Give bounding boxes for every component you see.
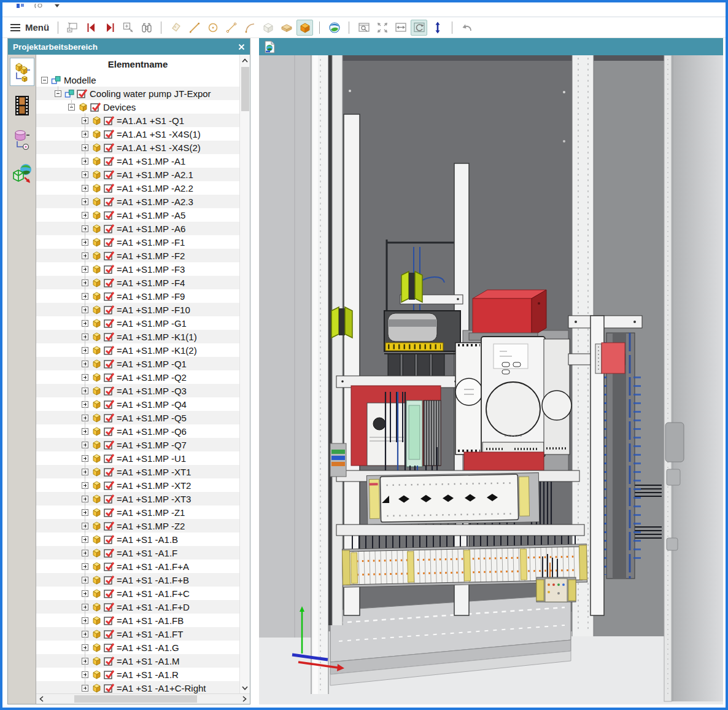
- tree-row[interactable]: =A1 +S1.MP -F9: [36, 289, 250, 303]
- dropdown-caret-icon[interactable]: [54, 4, 60, 9]
- tree-row[interactable]: =A1 +S1 -A1+C-Right: [36, 681, 250, 693]
- expander-icon[interactable]: [82, 455, 88, 462]
- expander-icon[interactable]: [82, 577, 88, 583]
- checkbox-icon[interactable]: [104, 642, 115, 652]
- tree-row[interactable]: =A1.A1 +S1 -X4S(2): [36, 141, 250, 154]
- checkbox-icon[interactable]: [104, 291, 115, 301]
- tree-row[interactable]: =A1 +S1.MP -F2: [36, 249, 250, 262]
- cabinet-3d-scene[interactable]: [259, 55, 723, 704]
- checkbox-icon[interactable]: [77, 88, 88, 98]
- expander-icon[interactable]: [82, 536, 88, 543]
- tree-row[interactable]: =A1 +S1.MP -Q2: [36, 370, 250, 384]
- tree-row[interactable]: =A1 +S1.MP -F4: [36, 276, 250, 289]
- tree-row[interactable]: =A1 +S1.MP -Z1: [36, 505, 250, 519]
- tree-row[interactable]: Devices: [36, 100, 250, 114]
- checkbox-icon[interactable]: [104, 669, 115, 679]
- tree-row[interactable]: =A1 +S1.MP -XT3: [36, 492, 250, 505]
- tree-row[interactable]: =A1 +S1 -A1.R: [36, 668, 250, 681]
- checkbox-icon[interactable]: [104, 548, 115, 558]
- tree-row[interactable]: =A1 +S1.MP -XT1: [36, 465, 250, 478]
- checkbox-icon[interactable]: [104, 318, 115, 328]
- checkbox-icon[interactable]: [90, 102, 101, 112]
- checkbox-icon[interactable]: [104, 156, 115, 166]
- checkbox-icon[interactable]: [104, 210, 115, 220]
- tree-row[interactable]: =A1 +S1 -A1.FB: [36, 614, 250, 627]
- checkbox-icon[interactable]: [104, 372, 115, 382]
- next-arrow-icon[interactable]: [101, 20, 118, 36]
- tree-row[interactable]: =A1.A1 +S1 -X4S(1): [36, 127, 250, 141]
- animation-icon[interactable]: [10, 92, 34, 120]
- checkbox-icon[interactable]: [104, 629, 115, 639]
- expander-icon[interactable]: [82, 631, 88, 638]
- tree-row[interactable]: =A1 +S1.MP -XT2: [36, 478, 250, 492]
- expander-icon[interactable]: [82, 185, 88, 192]
- checkbox-icon[interactable]: [104, 602, 115, 612]
- expander-icon[interactable]: [82, 671, 88, 678]
- menu-button[interactable]: Menü: [10, 22, 49, 33]
- tree-row[interactable]: =A1 +S1.MP -G1: [36, 316, 250, 330]
- globe-icon[interactable]: [326, 20, 343, 36]
- checkbox-icon[interactable]: [104, 345, 115, 355]
- checkbox-icon[interactable]: [104, 170, 115, 179]
- tree-column-header[interactable]: Elementname: [36, 55, 250, 73]
- box-shaded-icon[interactable]: [278, 20, 295, 36]
- tree-row[interactable]: =A1 +S1 -A1.F+C: [36, 587, 250, 600]
- expander-icon[interactable]: [82, 158, 88, 165]
- fit-height-icon[interactable]: [429, 20, 446, 36]
- model-tree-icon[interactable]: [10, 58, 34, 86]
- expander-icon[interactable]: [82, 279, 88, 286]
- expander-icon[interactable]: [82, 428, 88, 435]
- checkbox-icon[interactable]: [104, 251, 115, 260]
- rotate-view-icon[interactable]: [411, 20, 427, 36]
- box-solid-orange-icon[interactable]: [296, 20, 313, 36]
- fit-width-icon[interactable]: [392, 20, 409, 36]
- find-binoculars-icon[interactable]: [138, 20, 155, 36]
- vertical-scroll-thumb[interactable]: [241, 67, 249, 111]
- tree-row[interactable]: =A1 +S1 -A1.B: [36, 532, 250, 546]
- tree-row[interactable]: =A1 +S1.MP -A6: [36, 222, 250, 235]
- circle-tool-icon[interactable]: [204, 20, 221, 36]
- prev-arrow-icon[interactable]: [83, 20, 99, 36]
- tree-row[interactable]: =A1 +S1.MP -Q3: [36, 384, 250, 397]
- checkbox-icon[interactable]: [104, 142, 115, 152]
- expander-icon[interactable]: [82, 496, 88, 502]
- expander-icon[interactable]: [82, 320, 88, 327]
- checkbox-icon[interactable]: [104, 521, 115, 531]
- tree-row[interactable]: Modelle: [36, 73, 250, 87]
- checkbox-icon[interactable]: [104, 183, 115, 193]
- scroll-right-icon[interactable]: [239, 693, 250, 704]
- expander-icon[interactable]: [82, 658, 88, 665]
- checkbox-icon[interactable]: [104, 386, 115, 396]
- checkbox-icon[interactable]: [104, 305, 115, 314]
- expander-icon[interactable]: [82, 225, 88, 232]
- checkbox-icon[interactable]: [104, 561, 115, 571]
- checkbox-icon[interactable]: [104, 588, 115, 598]
- tree-row[interactable]: =A1 +S1 -A1.F: [36, 546, 250, 560]
- close-icon[interactable]: [238, 44, 245, 50]
- tree-row[interactable]: =A1 +S1.MP -U1: [36, 451, 250, 465]
- window-zoom-icon[interactable]: [355, 20, 372, 36]
- zoom-region-icon[interactable]: [120, 20, 136, 36]
- checkbox-icon[interactable]: [104, 440, 115, 450]
- checkbox-icon[interactable]: [104, 359, 115, 369]
- expander-icon[interactable]: [82, 171, 88, 178]
- checkbox-icon[interactable]: [104, 224, 115, 233]
- tree-row[interactable]: =A1 +S1 -A1.FT: [36, 627, 250, 641]
- line2-tool-icon[interactable]: [223, 20, 239, 36]
- tree-vertical-scrollbar[interactable]: [239, 55, 250, 693]
- tree-row[interactable]: =A1.A1 +S1 -Q1: [36, 114, 250, 127]
- expander-icon[interactable]: [82, 482, 88, 489]
- expander-icon[interactable]: [82, 293, 88, 300]
- checkbox-icon[interactable]: [104, 615, 115, 625]
- expander-icon[interactable]: [82, 590, 88, 597]
- scroll-up-icon[interactable]: [240, 55, 250, 66]
- tree-row[interactable]: =A1 +S1.MP -Q6: [36, 424, 250, 438]
- expander-icon[interactable]: [82, 442, 88, 448]
- 3d-viewport[interactable]: [259, 38, 723, 704]
- tree-row[interactable]: =A1 +S1.MP -Q4: [36, 397, 250, 411]
- expander-icon[interactable]: [82, 617, 88, 624]
- expander-icon[interactable]: [82, 131, 88, 138]
- tree-row[interactable]: =A1 +S1.MP -Q1: [36, 357, 250, 370]
- expander-icon[interactable]: [82, 401, 88, 408]
- box-wireframe-icon[interactable]: [260, 20, 276, 36]
